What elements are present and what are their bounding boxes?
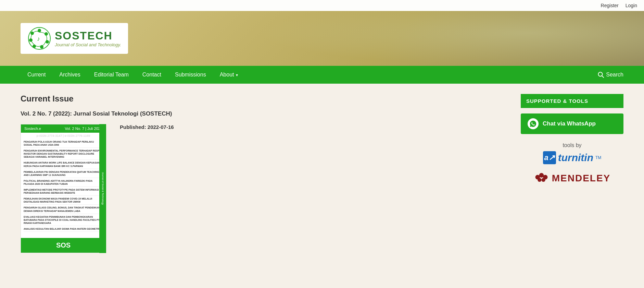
logo-subtitle: Journal of Social and Technology. xyxy=(55,42,121,47)
cover-article: PEMULIHAN EKONOMI MASA PANDEMI COVID-19 … xyxy=(24,197,103,205)
mendeley-logo[interactable]: MENDELEY xyxy=(521,171,623,185)
published-info: Published: 2022-07-16 xyxy=(120,124,174,130)
cover-wrapper: Sostech.e Vol. 2 No. 7 | Juli 2022 p-ISS… xyxy=(21,124,106,253)
cover-article: ANALISIS KESULITAN BELAJAR SISWA PADA MA… xyxy=(24,227,103,232)
nav-item-archives[interactable]: Archives xyxy=(52,66,87,84)
svg-point-15 xyxy=(541,178,545,182)
logo-container: ♪ SOSTECH Journal of Social and Technolo… xyxy=(21,23,128,54)
sidebar: SUPPORTED & TOOLS Chat via WhatsApp tool… xyxy=(521,94,623,253)
cover-article: PENGARUH ENVIRONMENTAL PERFORMANCE TERHA… xyxy=(24,149,103,160)
cover-article: PENGARUH GLASS CEILING, BONUS, DAN TINGK… xyxy=(24,206,103,214)
svg-point-5 xyxy=(33,45,36,48)
cover-issn: p-ISSN 2774-3147 | e-ISSN 2776-1169 xyxy=(21,133,106,139)
top-bar: Register Login xyxy=(0,0,644,11)
main-wrapper: Current Issue Vol. 2 No. 7 (2022): Jurna… xyxy=(0,84,644,263)
nav-items: Current Archives Editorial Team Contact … xyxy=(21,66,598,84)
about-dropdown-icon xyxy=(236,72,238,78)
svg-line-10 xyxy=(602,76,604,77)
whatsapp-label: Chat via WhatsApp xyxy=(543,120,596,127)
cover-article: PEMBELAJARAN PAI DENGAN PENDEKATAN QIATU… xyxy=(24,170,103,178)
main-navbar: Current Archives Editorial Team Contact … xyxy=(0,66,644,84)
sidebar-section-header: SUPPORTED & TOOLS xyxy=(521,94,623,108)
nav-item-submissions[interactable]: Submissions xyxy=(168,66,213,84)
issue-title: Vol. 2 No. 7 (2022): Jurnal Sosial Tekno… xyxy=(21,110,507,117)
published-label: Published: xyxy=(120,124,146,130)
logo-text: SOSTECH Journal of Social and Technology… xyxy=(55,29,121,47)
mendeley-icon xyxy=(534,171,549,185)
cover-article: POLITICAL BRANDING ADITTYA HALINDRA FARI… xyxy=(24,179,103,187)
turnitin-logo[interactable]: a↗ turnitin TM xyxy=(521,151,623,164)
hero-header: ♪ SOSTECH Journal of Social and Technolo… xyxy=(0,11,644,66)
cover-article: PENGARUH POLA ASUH ORANG TUA TERHADAP PE… xyxy=(24,140,103,148)
svg-text:♪: ♪ xyxy=(37,35,40,42)
cover-articles: PENGARUH POLA ASUH ORANG TUA TERHADAP PE… xyxy=(21,139,106,235)
whatsapp-button[interactable]: Chat via WhatsApp xyxy=(521,113,623,134)
register-link[interactable]: Register xyxy=(601,3,619,8)
cover-article: IMPLEMENTASI METODE PROTOTYPE PADA SISTE… xyxy=(24,188,103,196)
nav-item-current[interactable]: Current xyxy=(21,66,52,84)
turnitin-name: turnitin xyxy=(558,152,593,164)
mendeley-name: MENDELEY xyxy=(552,173,611,184)
cover-side-text: Journal of Social & Technology xyxy=(99,124,106,253)
content-area: Current Issue Vol. 2 No. 7 (2022): Jurna… xyxy=(21,94,507,253)
page-title: Current Issue xyxy=(21,94,507,104)
search-button[interactable]: Search xyxy=(598,72,623,78)
nav-item-contact[interactable]: Contact xyxy=(136,66,168,84)
cover-image: Sostech.e Vol. 2 No. 7 | Juli 2022 p-ISS… xyxy=(21,124,106,253)
cover-article: HUBUNGAN ANTARA WORK LIFE BALANCE DENGAN… xyxy=(24,161,103,169)
cover-footer: SOS xyxy=(21,238,106,253)
login-link[interactable]: Login xyxy=(626,3,637,8)
published-date: 2022-07-16 xyxy=(148,124,174,130)
turnitin-tm: TM xyxy=(595,155,601,160)
turnitin-icon: a↗ xyxy=(543,151,556,164)
svg-point-3 xyxy=(46,40,49,44)
cover-article: EVALUASI KEGIATAN PENIMBUNAN DAN PEMBONG… xyxy=(24,215,103,226)
hero-bg xyxy=(257,11,644,66)
whatsapp-icon xyxy=(528,118,539,129)
logo-icon: ♪ xyxy=(27,26,51,50)
svg-point-14 xyxy=(538,178,541,182)
cover-journal-name: Sostech.e xyxy=(24,127,41,131)
search-icon xyxy=(598,72,604,78)
nav-item-about[interactable]: About xyxy=(213,66,245,84)
logo-title: SOSTECH xyxy=(55,29,121,42)
cover-vol-label: Vol. 2 No. 7 | Juli 2022 xyxy=(65,127,102,131)
cover-header: Sostech.e Vol. 2 No. 7 | Juli 2022 xyxy=(21,124,106,133)
issue-content: Sostech.e Vol. 2 No. 7 | Juli 2022 p-ISS… xyxy=(21,124,507,253)
nav-item-editorial-team[interactable]: Editorial Team xyxy=(87,66,136,84)
search-label: Search xyxy=(606,72,623,78)
tools-by-text: tools by xyxy=(521,142,623,148)
